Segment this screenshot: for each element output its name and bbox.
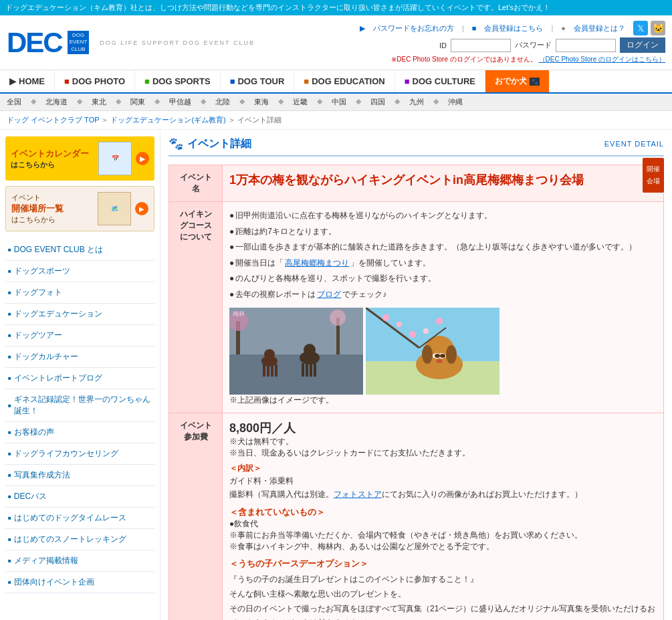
- region-kanto[interactable]: 関東: [130, 97, 145, 107]
- breadcrumb: ドッグ イベントクラブ TOP ＞ ドッグエデュケーション(ギム教育) ＞ イベ…: [0, 111, 672, 130]
- hiking-detail-1: 旧甲州街道沿いに点在する梅林を巡りながらのハイキングとなります。: [229, 209, 657, 223]
- participation-label-cell: イベント参加費: [169, 413, 223, 620]
- sidebar-item-snow-trekking[interactable]: はじめてのスノートレッキング: [5, 529, 154, 550]
- sidebar-item-media[interactable]: メディア掲載情報: [5, 550, 154, 572]
- svg-rect-13: [314, 363, 316, 377]
- region-hokkaido[interactable]: 北海道: [45, 97, 68, 107]
- open-venue-button[interactable]: 開催会場: [643, 158, 664, 193]
- sidebar-item-dec-about[interactable]: DOG EVENT CLUB とは: [5, 239, 154, 261]
- sidebar-item-dog-culture[interactable]: ドッグカルチャー: [5, 346, 154, 368]
- sidebar-item-dog-sports[interactable]: ドッグスポーツ: [5, 261, 154, 282]
- bday-text: 『うちの子のお誕生日プレゼントはこのイベントに参加すること！』 そんな飼い主様へ…: [229, 573, 657, 620]
- dog-edu-dot-icon: ■: [304, 76, 309, 86]
- sidebar-item-customer-voice[interactable]: お客様の声: [5, 422, 154, 443]
- sidebar-item-time-race[interactable]: はじめてのドッグタイムレース: [5, 508, 154, 529]
- sidebar-item-event-report[interactable]: イベントレポートブログ: [5, 368, 154, 389]
- event-image-1: 梅林: [229, 308, 363, 395]
- svg-rect-4: [263, 365, 265, 377]
- sidebar-item-dog-photo[interactable]: ドッグフォト: [5, 282, 154, 304]
- logo-dec: DEC: [7, 29, 62, 57]
- twitter-icon[interactable]: 𝕏: [633, 21, 648, 35]
- venue-banner[interactable]: イベント 開催場所一覧 はこちらから 🗺️ ▶: [5, 186, 154, 231]
- svg-point-32: [382, 314, 389, 321]
- photo-store-link[interactable]: （DEC Photo Store のログインはこちら）: [539, 56, 665, 63]
- sidebar-item-photo-book[interactable]: 写真集作成方法: [5, 465, 154, 486]
- nav-dog-culture[interactable]: ■ DOG CULTURE: [395, 70, 485, 92]
- nav-home-label: HOME: [19, 76, 45, 86]
- svg-point-34: [409, 331, 416, 338]
- price-note-1: ※犬は無料です。: [229, 436, 657, 447]
- sidebar-item-group-event[interactable]: 団体向けイベント企画: [5, 572, 154, 593]
- sidebar-item-guinness[interactable]: ギネス記録認定！世界一のワンちゃん誕生！: [5, 389, 154, 422]
- calendar-banner-title: イベントカレンダー: [11, 148, 94, 160]
- breadcrumb-education[interactable]: ドッグエデュケーション(ギム教育): [110, 116, 225, 124]
- hiking-row: ハイキングコースについて 旧甲州街道沿いに点在する梅林を巡りながらのハイキングと…: [169, 202, 664, 413]
- inner-item-1: ガイド料・添乗料: [229, 474, 657, 488]
- odeka-badge-icon: 🐾: [530, 78, 540, 86]
- breadcrumb-top[interactable]: ドッグ イベントクラブ TOP: [7, 116, 99, 124]
- id-label: ID: [439, 41, 447, 49]
- photo-store-inner-link[interactable]: フォトストア: [334, 490, 382, 499]
- svg-point-28: [440, 354, 445, 358]
- sidebar-menu: DOG EVENT CLUB とは ドッグスポーツ ドッグフォト ドッグエデュケ…: [5, 239, 154, 593]
- nav-dog-photo[interactable]: ■ DOG PHOTO: [55, 70, 135, 92]
- sidebar-item-dec-bus[interactable]: DECバス: [5, 486, 154, 508]
- svg-point-23: [422, 345, 433, 364]
- region-shikoku[interactable]: 四国: [370, 97, 385, 107]
- what-is-member-link[interactable]: 会員登録とは？: [574, 23, 625, 33]
- nav-dog-sports[interactable]: ■ DOG SPORTS: [135, 70, 221, 92]
- sidebar-item-counseling[interactable]: ドッグライフカウンセリング: [5, 443, 154, 465]
- bday-title: ＜うちの子バースデーオプション＞: [229, 558, 657, 570]
- login-button[interactable]: ログイン: [620, 37, 665, 53]
- nav-odeka[interactable]: おでか犬 🐾: [485, 70, 550, 92]
- region-hokuriku[interactable]: 北陸: [215, 97, 230, 107]
- not-included-item-1: ●飲食代: [229, 518, 657, 530]
- bday-text-1: 『うちの子のお誕生日プレゼントはこのイベントに参加すること！』: [229, 573, 657, 587]
- region-okinawa[interactable]: 沖縄: [448, 97, 463, 107]
- region-tohoku[interactable]: 東北: [92, 97, 106, 107]
- register-link[interactable]: 会員登録はこちら: [484, 23, 543, 33]
- social-icons: 𝕏 🐱: [633, 21, 665, 35]
- region-all[interactable]: 全国: [7, 97, 21, 107]
- event-detail-label: EVENT DETAIL: [604, 140, 664, 148]
- header-right: ▶ パスワードをお忘れの方 | ■ 会員登録はこちら | ● 会員登録とは？ 𝕏…: [360, 21, 665, 64]
- logo-subtitle: DOG LIFE SUPPORT DOG EVENT CLUB: [100, 39, 255, 46]
- calendar-banner[interactable]: イベントカレンダー はこちらから 📅 ▶: [5, 136, 154, 181]
- region-chugoku[interactable]: 中国: [332, 97, 346, 107]
- svg-point-33: [397, 322, 402, 327]
- top-banner: ドッグエデュケーション（キム教育）社とは、しつけ方法や問題行動などを専門のインス…: [0, 0, 672, 15]
- nav-dog-culture-label: DOG CULTURE: [413, 76, 475, 86]
- image-note: ※上記画像はイメージです。: [229, 395, 657, 406]
- sidebar-item-dog-education[interactable]: ドッグエデュケーション: [5, 304, 154, 325]
- logo-area: DEC DOGEVENTCLUB DOG LIFE SUPPORT DOG EV…: [7, 29, 255, 57]
- forgot-password-link[interactable]: パスワードをお忘れの方: [373, 23, 454, 33]
- play-icon: ▶: [136, 152, 149, 165]
- blog-link[interactable]: ブログ: [317, 288, 341, 302]
- bday-text-2: そんな飼い主様へ素敵な思い出のプレゼントを。: [229, 587, 657, 602]
- nav-dog-sports-label: DOG SPORTS: [152, 76, 211, 86]
- nav-home[interactable]: ▶ HOME: [0, 70, 55, 92]
- region-tokai[interactable]: 東海: [254, 97, 269, 107]
- id-input[interactable]: [451, 39, 511, 52]
- event-image-2: [366, 308, 499, 395]
- nav-dog-tour[interactable]: ■ DOG TOUR: [221, 70, 295, 92]
- price-text: 8,800円／人: [229, 420, 657, 436]
- cat-icon[interactable]: 🐱: [651, 21, 665, 35]
- event-name-row: イベント名 1万本の梅を観ながらハイキングイベントin高尾梅郷梅まつり会場: [169, 165, 664, 202]
- sidebar-item-dog-tour[interactable]: ドッグツアー: [5, 325, 154, 346]
- region-kinki[interactable]: 近畿: [293, 97, 308, 107]
- plum-festival-link[interactable]: 高尾梅郷梅まつり: [285, 256, 349, 271]
- venue-play-icon: ▶: [135, 202, 148, 215]
- password-input[interactable]: [556, 39, 616, 52]
- hiking-detail-4: 開催当日は「高尾梅郷梅まつり」を開催しています。: [229, 256, 657, 271]
- svg-rect-12: [310, 363, 312, 377]
- bday-text-3: その日のイベントで撮ったお写真をほぼすべて写真集（21ページ）に盛り込んだオリジ…: [229, 602, 657, 620]
- not-included-item-2: ※事前にお弁当等準備いただくか、会場内で軽食（やきそば・焼き鳥他）をお買い求めく…: [229, 530, 657, 541]
- nav-dog-education[interactable]: ■ DOG EDUCATION: [294, 70, 395, 92]
- event-name-content-cell: 1万本の梅を観ながらハイキングイベントin高尾梅郷梅まつり会場: [223, 165, 664, 202]
- not-included-item-3: ※食事はハイキング中、梅林内、あるいは公園など屋外でとる予定です。: [229, 541, 657, 552]
- password-label: パスワード: [515, 40, 552, 50]
- region-kyushu[interactable]: 九州: [409, 97, 424, 107]
- region-koshinetsu[interactable]: 甲信越: [169, 97, 191, 107]
- main-layout: イベントカレンダー はこちらから 📅 ▶ イベント 開催場所一覧 はこちらから …: [0, 130, 672, 620]
